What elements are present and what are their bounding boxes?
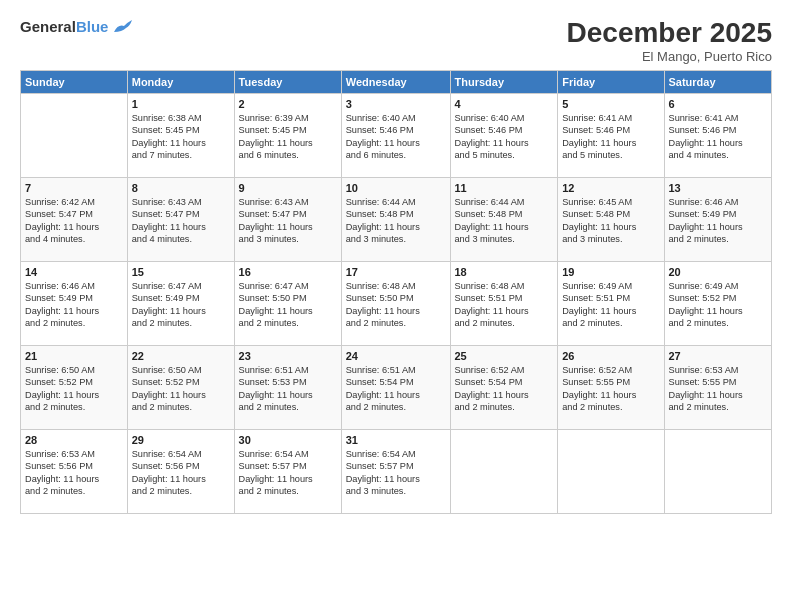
day-number: 7	[25, 182, 123, 194]
day-number: 26	[562, 350, 659, 362]
table-cell: 5Sunrise: 6:41 AMSunset: 5:46 PMDaylight…	[558, 93, 664, 177]
day-number: 10	[346, 182, 446, 194]
logo: GeneralBlue	[20, 18, 134, 36]
day-number: 2	[239, 98, 337, 110]
header-wednesday: Wednesday	[341, 70, 450, 93]
header-tuesday: Tuesday	[234, 70, 341, 93]
header: GeneralBlue December 2025 El Mango, Puer…	[20, 18, 772, 64]
day-info: Sunrise: 6:46 AMSunset: 5:49 PMDaylight:…	[25, 280, 123, 330]
day-number: 14	[25, 266, 123, 278]
table-cell: 4Sunrise: 6:40 AMSunset: 5:46 PMDaylight…	[450, 93, 558, 177]
calendar-table: Sunday Monday Tuesday Wednesday Thursday…	[20, 70, 772, 514]
day-info: Sunrise: 6:48 AMSunset: 5:51 PMDaylight:…	[455, 280, 554, 330]
table-cell	[558, 429, 664, 513]
calendar-title: December 2025	[567, 18, 772, 49]
day-number: 28	[25, 434, 123, 446]
table-cell: 14Sunrise: 6:46 AMSunset: 5:49 PMDayligh…	[21, 261, 128, 345]
day-number: 20	[669, 266, 768, 278]
day-number: 18	[455, 266, 554, 278]
day-info: Sunrise: 6:46 AMSunset: 5:49 PMDaylight:…	[669, 196, 768, 246]
table-cell: 31Sunrise: 6:54 AMSunset: 5:57 PMDayligh…	[341, 429, 450, 513]
page: GeneralBlue December 2025 El Mango, Puer…	[0, 0, 792, 612]
table-cell: 3Sunrise: 6:40 AMSunset: 5:46 PMDaylight…	[341, 93, 450, 177]
table-cell: 2Sunrise: 6:39 AMSunset: 5:45 PMDaylight…	[234, 93, 341, 177]
table-cell: 17Sunrise: 6:48 AMSunset: 5:50 PMDayligh…	[341, 261, 450, 345]
logo-blue: Blue	[76, 18, 109, 35]
day-number: 15	[132, 266, 230, 278]
day-number: 22	[132, 350, 230, 362]
day-info: Sunrise: 6:43 AMSunset: 5:47 PMDaylight:…	[239, 196, 337, 246]
day-info: Sunrise: 6:45 AMSunset: 5:48 PMDaylight:…	[562, 196, 659, 246]
day-info: Sunrise: 6:49 AMSunset: 5:52 PMDaylight:…	[669, 280, 768, 330]
day-number: 29	[132, 434, 230, 446]
day-number: 6	[669, 98, 768, 110]
table-cell: 24Sunrise: 6:51 AMSunset: 5:54 PMDayligh…	[341, 345, 450, 429]
day-number: 27	[669, 350, 768, 362]
table-cell: 6Sunrise: 6:41 AMSunset: 5:46 PMDaylight…	[664, 93, 772, 177]
day-number: 16	[239, 266, 337, 278]
table-cell: 8Sunrise: 6:43 AMSunset: 5:47 PMDaylight…	[127, 177, 234, 261]
header-thursday: Thursday	[450, 70, 558, 93]
day-info: Sunrise: 6:50 AMSunset: 5:52 PMDaylight:…	[132, 364, 230, 414]
table-cell: 18Sunrise: 6:48 AMSunset: 5:51 PMDayligh…	[450, 261, 558, 345]
day-number: 8	[132, 182, 230, 194]
day-number: 23	[239, 350, 337, 362]
day-info: Sunrise: 6:39 AMSunset: 5:45 PMDaylight:…	[239, 112, 337, 162]
table-cell: 13Sunrise: 6:46 AMSunset: 5:49 PMDayligh…	[664, 177, 772, 261]
header-row: Sunday Monday Tuesday Wednesday Thursday…	[21, 70, 772, 93]
table-cell: 26Sunrise: 6:52 AMSunset: 5:55 PMDayligh…	[558, 345, 664, 429]
table-cell: 7Sunrise: 6:42 AMSunset: 5:47 PMDaylight…	[21, 177, 128, 261]
table-cell: 27Sunrise: 6:53 AMSunset: 5:55 PMDayligh…	[664, 345, 772, 429]
day-info: Sunrise: 6:43 AMSunset: 5:47 PMDaylight:…	[132, 196, 230, 246]
week-row-2: 7Sunrise: 6:42 AMSunset: 5:47 PMDaylight…	[21, 177, 772, 261]
day-number: 3	[346, 98, 446, 110]
day-info: Sunrise: 6:47 AMSunset: 5:49 PMDaylight:…	[132, 280, 230, 330]
day-info: Sunrise: 6:54 AMSunset: 5:57 PMDaylight:…	[346, 448, 446, 498]
day-info: Sunrise: 6:38 AMSunset: 5:45 PMDaylight:…	[132, 112, 230, 162]
logo-general: GeneralBlue	[20, 18, 108, 35]
logo-bird-icon	[112, 18, 134, 36]
table-cell: 15Sunrise: 6:47 AMSunset: 5:49 PMDayligh…	[127, 261, 234, 345]
day-number: 24	[346, 350, 446, 362]
day-info: Sunrise: 6:49 AMSunset: 5:51 PMDaylight:…	[562, 280, 659, 330]
day-info: Sunrise: 6:42 AMSunset: 5:47 PMDaylight:…	[25, 196, 123, 246]
table-cell	[21, 93, 128, 177]
table-cell: 29Sunrise: 6:54 AMSunset: 5:56 PMDayligh…	[127, 429, 234, 513]
day-number: 25	[455, 350, 554, 362]
calendar-subtitle: El Mango, Puerto Rico	[567, 49, 772, 64]
title-block: December 2025 El Mango, Puerto Rico	[567, 18, 772, 64]
day-info: Sunrise: 6:52 AMSunset: 5:55 PMDaylight:…	[562, 364, 659, 414]
table-cell	[664, 429, 772, 513]
day-number: 4	[455, 98, 554, 110]
day-number: 13	[669, 182, 768, 194]
day-info: Sunrise: 6:44 AMSunset: 5:48 PMDaylight:…	[455, 196, 554, 246]
day-info: Sunrise: 6:47 AMSunset: 5:50 PMDaylight:…	[239, 280, 337, 330]
table-cell: 11Sunrise: 6:44 AMSunset: 5:48 PMDayligh…	[450, 177, 558, 261]
day-info: Sunrise: 6:51 AMSunset: 5:53 PMDaylight:…	[239, 364, 337, 414]
table-cell: 21Sunrise: 6:50 AMSunset: 5:52 PMDayligh…	[21, 345, 128, 429]
week-row-5: 28Sunrise: 6:53 AMSunset: 5:56 PMDayligh…	[21, 429, 772, 513]
table-cell	[450, 429, 558, 513]
table-cell: 16Sunrise: 6:47 AMSunset: 5:50 PMDayligh…	[234, 261, 341, 345]
day-info: Sunrise: 6:50 AMSunset: 5:52 PMDaylight:…	[25, 364, 123, 414]
table-cell: 12Sunrise: 6:45 AMSunset: 5:48 PMDayligh…	[558, 177, 664, 261]
day-info: Sunrise: 6:52 AMSunset: 5:54 PMDaylight:…	[455, 364, 554, 414]
day-info: Sunrise: 6:53 AMSunset: 5:55 PMDaylight:…	[669, 364, 768, 414]
week-row-3: 14Sunrise: 6:46 AMSunset: 5:49 PMDayligh…	[21, 261, 772, 345]
table-cell: 20Sunrise: 6:49 AMSunset: 5:52 PMDayligh…	[664, 261, 772, 345]
day-number: 12	[562, 182, 659, 194]
day-info: Sunrise: 6:40 AMSunset: 5:46 PMDaylight:…	[455, 112, 554, 162]
day-info: Sunrise: 6:41 AMSunset: 5:46 PMDaylight:…	[669, 112, 768, 162]
header-sunday: Sunday	[21, 70, 128, 93]
day-info: Sunrise: 6:53 AMSunset: 5:56 PMDaylight:…	[25, 448, 123, 498]
day-info: Sunrise: 6:54 AMSunset: 5:56 PMDaylight:…	[132, 448, 230, 498]
header-friday: Friday	[558, 70, 664, 93]
table-cell: 23Sunrise: 6:51 AMSunset: 5:53 PMDayligh…	[234, 345, 341, 429]
table-cell: 9Sunrise: 6:43 AMSunset: 5:47 PMDaylight…	[234, 177, 341, 261]
day-number: 5	[562, 98, 659, 110]
day-number: 19	[562, 266, 659, 278]
header-monday: Monday	[127, 70, 234, 93]
table-cell: 10Sunrise: 6:44 AMSunset: 5:48 PMDayligh…	[341, 177, 450, 261]
week-row-4: 21Sunrise: 6:50 AMSunset: 5:52 PMDayligh…	[21, 345, 772, 429]
table-cell: 28Sunrise: 6:53 AMSunset: 5:56 PMDayligh…	[21, 429, 128, 513]
